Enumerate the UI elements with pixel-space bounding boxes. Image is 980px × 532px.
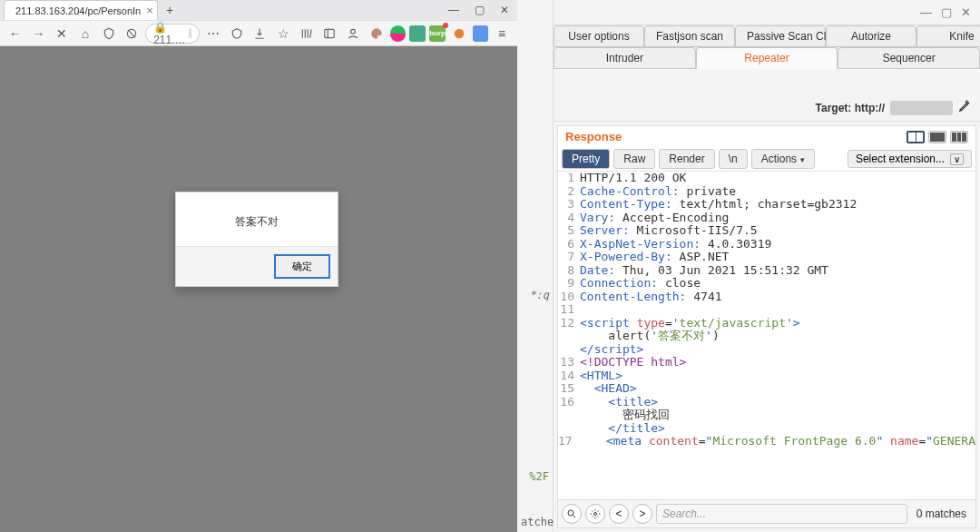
ext-tunnel-icon[interactable]: [390, 25, 407, 42]
alert-message: 答案不对: [176, 192, 338, 246]
prev-match-icon[interactable]: <: [609, 504, 629, 524]
page-content: 答案不对 确定: [0, 46, 517, 532]
tab-user-options[interactable]: User options: [554, 25, 644, 47]
library-icon[interactable]: [297, 24, 317, 44]
ext-burp-icon[interactable]: burp: [429, 25, 446, 42]
code-line: 2Cache-Control: private: [558, 185, 975, 199]
subtab-pretty[interactable]: Pretty: [562, 149, 610, 169]
alert-dialog: 答案不对 确定: [175, 192, 338, 287]
subtab-render[interactable]: Render: [659, 149, 714, 169]
palette-icon[interactable]: [367, 24, 387, 44]
more-icon[interactable]: ⋯: [203, 24, 223, 44]
protect-icon[interactable]: [227, 24, 247, 44]
svg-point-4: [568, 510, 573, 516]
settings-gear-icon[interactable]: [585, 504, 605, 524]
url-mask: [189, 28, 191, 38]
code-line: 8Date: Thu, 03 Jun 2021 15:51:32 GMT: [558, 264, 975, 278]
code-line: 7X-Powered-By: ASP.NET: [558, 251, 975, 264]
ext-b-icon[interactable]: [473, 25, 489, 42]
response-body[interactable]: 1HTTP/1.1 200 OK2Cache-Control: private3…: [558, 172, 975, 499]
code-line: 6X-AspNet-Version: 4.0.30319: [558, 238, 975, 251]
shield-icon[interactable]: [99, 24, 119, 44]
request-fragment-q: *:q: [529, 289, 549, 301]
bookmark-star-icon[interactable]: ☆: [273, 24, 293, 44]
nav-forward-icon[interactable]: →: [29, 24, 49, 44]
code-line: 1HTTP/1.1 200 OK: [558, 172, 975, 185]
next-match-icon[interactable]: >: [632, 504, 652, 524]
match-count: 0 matches: [911, 507, 972, 520]
window-maximize[interactable]: ▢: [466, 0, 492, 20]
code-line: 4Vary: Accept-Encoding: [558, 212, 975, 225]
tab-title: 211.83.163.204/pc/PersonIn: [15, 5, 141, 16]
ext-cookie-icon[interactable]: [409, 25, 426, 42]
code-line: 16 <title>: [558, 396, 975, 409]
burp-win-close[interactable]: ✕: [961, 5, 971, 19]
search-input[interactable]: Search...: [656, 504, 907, 524]
stop-icon[interactable]: ✕: [52, 24, 72, 44]
new-tab-button[interactable]: +: [162, 2, 178, 18]
tracking-icon[interactable]: [122, 24, 142, 44]
sidebar-icon[interactable]: [320, 24, 340, 44]
code-line: 9Connection: close: [558, 277, 975, 291]
alert-ok-button[interactable]: 确定: [274, 254, 330, 279]
burp-win-min[interactable]: —: [920, 5, 932, 19]
subtab-actions[interactable]: Actions▾: [751, 149, 815, 169]
tab-sequencer[interactable]: Sequencer: [838, 47, 980, 69]
nav-back-icon[interactable]: ←: [5, 24, 25, 44]
layout-tabs-icon[interactable]: [950, 131, 968, 143]
tab-intruder[interactable]: Intruder: [554, 47, 696, 69]
code-line: 14<HTML>: [558, 369, 975, 383]
menu-icon[interactable]: ≡: [492, 24, 512, 44]
layout-columns-icon[interactable]: [906, 131, 925, 143]
url-bar[interactable]: 🔒 211.…: [145, 24, 200, 44]
code-line: 3Content-Type: text/html; charset=gb2312: [558, 198, 975, 212]
svg-rect-1: [325, 29, 335, 37]
edit-target-icon[interactable]: [958, 100, 971, 115]
tab-knife[interactable]: Knife: [916, 25, 980, 47]
tab-repeater[interactable]: Repeater: [696, 47, 838, 69]
code-line: 17 <meta content="Microsoft FrontPage 6.…: [558, 435, 975, 448]
download-icon[interactable]: [250, 24, 270, 44]
code-line: 12<script type='text/javascript'>: [558, 317, 975, 330]
tab-passive-scan-client[interactable]: Passive Scan Client: [735, 25, 826, 47]
tab-fastjson-scan[interactable]: Fastjson scan: [644, 25, 735, 47]
code-line: 15 <HEAD>: [558, 382, 975, 396]
browser-tab[interactable]: 211.83.163.204/pc/PersonIn ×: [4, 0, 158, 20]
svg-point-2: [351, 29, 356, 34]
request-fragment-2f: %2F: [529, 470, 549, 483]
burp-win-max[interactable]: ▢: [941, 5, 952, 19]
code-line: 13<!DOCTYPE html>: [558, 356, 975, 369]
select-extension-dropdown[interactable]: Select extension...∨: [848, 150, 972, 168]
code-line: 10Content-Length: 4741: [558, 291, 975, 304]
layout-rows-icon[interactable]: [928, 131, 946, 143]
ext-foxy-icon[interactable]: [449, 24, 469, 44]
home-icon[interactable]: ⌂: [75, 24, 95, 44]
window-minimize[interactable]: —: [441, 0, 466, 20]
code-line: 11: [558, 303, 975, 317]
search-icon[interactable]: [562, 504, 582, 524]
target-label: Target: http://: [816, 102, 885, 114]
subtab-raw[interactable]: Raw: [613, 149, 655, 169]
window-close[interactable]: ✕: [492, 0, 517, 20]
target-host-mask: xxx: [890, 101, 953, 115]
svg-point-3: [455, 28, 465, 38]
svg-point-5: [594, 513, 597, 516]
close-tab-icon[interactable]: ×: [146, 4, 153, 17]
url-text: 🔒 211.…: [153, 21, 185, 46]
account-icon[interactable]: [343, 24, 363, 44]
response-title: Response: [565, 130, 622, 143]
subtab-newline[interactable]: \n: [719, 149, 748, 169]
tab-autorize[interactable]: Autorize: [826, 25, 916, 47]
code-line: 5Server: Microsoft-IIS/7.5: [558, 224, 975, 238]
